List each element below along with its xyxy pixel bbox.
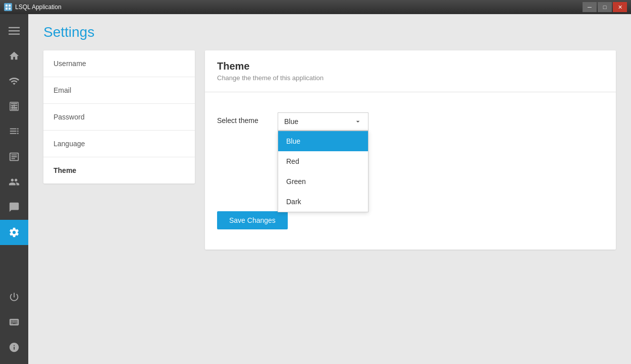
window-title: LSQL Application	[15, 4, 62, 11]
svg-point-15	[17, 131, 19, 132]
svg-rect-0	[6, 5, 8, 7]
theme-dropdown[interactable]: Blue	[278, 112, 369, 131]
panel-subtitle: Change the theme of this application	[217, 74, 604, 82]
content-layout: Username Email Password Language Theme T…	[43, 50, 616, 250]
option-red[interactable]: Red	[278, 151, 368, 171]
maximize-button[interactable]: □	[598, 2, 612, 12]
nav-item-password[interactable]: Password	[43, 104, 195, 131]
svg-rect-10	[16, 107, 17, 109]
chevron-down-icon	[354, 117, 362, 126]
sidebar-item-chat[interactable]	[0, 195, 28, 220]
panel-body: Select theme Blue Blue Red Gree	[205, 92, 616, 250]
svg-point-16	[17, 133, 19, 134]
svg-rect-1	[9, 5, 11, 7]
sidebar-item-list[interactable]	[0, 119, 28, 144]
nav-item-language[interactable]: Language	[43, 131, 195, 157]
save-changes-button[interactable]: Save Changes	[217, 211, 288, 229]
app-icon	[4, 3, 12, 11]
svg-rect-3	[9, 8, 11, 10]
nav-item-theme[interactable]: Theme	[43, 157, 195, 184]
main-content: Settings Username Email Password Languag…	[28, 14, 631, 364]
svg-rect-2	[6, 8, 8, 10]
option-dark[interactable]: Dark	[278, 192, 368, 212]
svg-rect-12	[10, 131, 17, 132]
page-title: Settings	[43, 24, 616, 40]
sidebar-item-power[interactable]	[0, 284, 28, 310]
panel-header: Theme Change the theme of this applicati…	[205, 50, 616, 92]
svg-point-14	[17, 128, 19, 130]
sidebar-item-info[interactable]	[0, 335, 28, 360]
svg-rect-13	[10, 133, 17, 134]
sidebar	[0, 14, 28, 364]
svg-rect-6	[9, 34, 20, 35]
sidebar-item-charts[interactable]	[0, 94, 28, 119]
svg-rect-8	[12, 106, 13, 109]
title-bar: LSQL Application ─ □ ✕	[0, 0, 631, 14]
sidebar-item-home[interactable]	[0, 43, 28, 69]
minimize-button[interactable]: ─	[583, 2, 597, 12]
settings-panel: Theme Change the theme of this applicati…	[205, 50, 616, 250]
nav-item-username[interactable]: Username	[43, 50, 195, 77]
dropdown-container: Blue Blue Red Green Dark	[278, 112, 369, 131]
window-controls: ─ □ ✕	[583, 2, 627, 12]
sidebar-item-wifi[interactable]	[0, 69, 28, 94]
app-body: Settings Username Email Password Languag…	[0, 14, 631, 364]
sidebar-item-reports[interactable]	[0, 144, 28, 169]
settings-nav: Username Email Password Language Theme	[43, 50, 195, 184]
svg-rect-4	[9, 27, 20, 28]
option-green[interactable]: Green	[278, 171, 368, 192]
panel-title: Theme	[217, 60, 604, 72]
sidebar-item-menu[interactable]	[0, 18, 28, 43]
option-blue[interactable]: Blue	[278, 131, 368, 151]
svg-rect-9	[14, 104, 15, 108]
sidebar-item-settings[interactable]	[0, 220, 28, 245]
theme-row: Select theme Blue Blue Red Gree	[217, 112, 604, 131]
close-button[interactable]: ✕	[613, 2, 627, 12]
svg-rect-11	[10, 129, 17, 130]
sidebar-item-users[interactable]	[0, 169, 28, 195]
select-theme-label: Select theme	[217, 112, 268, 125]
nav-item-email[interactable]: Email	[43, 77, 195, 104]
dropdown-selected-value: Blue	[284, 117, 298, 126]
svg-rect-5	[9, 30, 20, 31]
sidebar-item-keyboard[interactable]	[0, 310, 28, 335]
theme-dropdown-menu: Blue Red Green Dark	[278, 131, 369, 212]
sidebar-bottom	[0, 284, 28, 360]
title-bar-left: LSQL Application	[4, 3, 62, 11]
